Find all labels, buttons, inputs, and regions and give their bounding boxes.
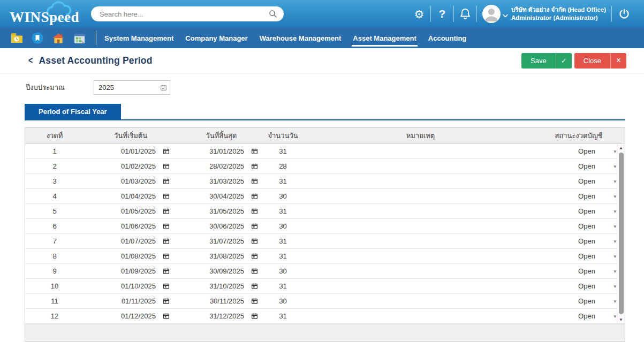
status-dropdown[interactable]: Open▾ (549, 297, 625, 305)
dropdown-arrow-icon[interactable]: ▾ (613, 164, 616, 169)
calendar-icon[interactable] (251, 193, 258, 200)
start-date-value[interactable]: 01/05/2025 (121, 207, 156, 215)
close-button[interactable]: Close × (574, 53, 626, 69)
calendar-icon[interactable] (163, 298, 170, 305)
back-icon[interactable]: < (28, 55, 33, 66)
table-row[interactable]: 701/07/202531/07/202531Open▾ (25, 234, 625, 249)
status-dropdown[interactable]: Open▾ (549, 177, 625, 185)
nav-item-accounting[interactable]: Accounting (422, 28, 473, 48)
end-date-value[interactable]: 30/04/2025 (209, 192, 244, 200)
calendar-icon[interactable] (251, 268, 258, 275)
end-date-value[interactable]: 31/10/2025 (209, 282, 244, 290)
calendar-icon[interactable] (163, 283, 170, 290)
start-date-value[interactable]: 01/08/2025 (121, 252, 156, 260)
logout-button[interactable] (612, 3, 637, 25)
search-icon[interactable] (269, 10, 277, 18)
dropdown-arrow-icon[interactable]: ▾ (613, 254, 616, 259)
start-date-value[interactable]: 01/03/2025 (121, 177, 156, 185)
calendar-icon[interactable] (251, 283, 258, 290)
end-date-value[interactable]: 31/03/2025 (209, 177, 244, 185)
dropdown-arrow-icon[interactable]: ▾ (613, 269, 616, 274)
user-menu[interactable]: บริษัท ตัวอย่าง จำกัด (Head Office) Admi… (477, 5, 611, 23)
search-input[interactable] (91, 6, 284, 21)
end-date-value[interactable]: 31/12/2025 (209, 312, 244, 320)
table-row[interactable]: 401/04/202530/04/202530Open▾ (25, 189, 625, 204)
calendar-icon[interactable] (251, 313, 258, 320)
calendar-icon[interactable] (163, 313, 170, 320)
recent-files-button[interactable] (11, 32, 22, 44)
settings-button[interactable]: ⚙ (408, 3, 430, 25)
status-dropdown[interactable]: Open▾ (549, 312, 625, 320)
status-dropdown[interactable]: Open▾ (549, 252, 625, 260)
end-date-value[interactable]: 31/08/2025 (209, 252, 244, 260)
calendar-icon[interactable] (163, 253, 170, 260)
calendar-icon[interactable] (251, 163, 258, 170)
dropdown-arrow-icon[interactable]: ▾ (613, 194, 616, 199)
end-date-value[interactable]: 31/07/2025 (209, 237, 244, 245)
calendar-icon[interactable] (163, 178, 170, 185)
bookmarks-button[interactable] (32, 32, 43, 44)
end-date-value[interactable]: 30/11/2025 (210, 297, 244, 305)
start-date-value[interactable]: 01/02/2025 (121, 162, 156, 170)
calendar-icon[interactable] (163, 208, 170, 215)
status-dropdown[interactable]: Open▾ (549, 192, 625, 200)
status-dropdown[interactable]: Open▾ (549, 222, 625, 230)
end-date-value[interactable]: 30/06/2025 (209, 222, 244, 230)
dropdown-arrow-icon[interactable]: ▾ (613, 224, 616, 229)
dropdown-arrow-icon[interactable]: ▾ (613, 179, 616, 184)
status-dropdown[interactable]: Open▾ (549, 147, 625, 155)
start-date-value[interactable]: 01/10/2025 (121, 282, 156, 290)
nav-item-company-manager[interactable]: Company Manager (179, 28, 253, 48)
schedule-button[interactable] (73, 32, 85, 44)
dropdown-arrow-icon[interactable]: ▾ (613, 209, 616, 214)
start-date-value[interactable]: 01/07/2025 (121, 237, 156, 245)
end-date-value[interactable]: 28/02/2025 (209, 162, 244, 170)
dropdown-arrow-icon[interactable]: ▾ (613, 284, 616, 289)
table-row[interactable]: 201/02/202528/02/202528Open▾ (25, 159, 625, 174)
calendar-icon[interactable] (160, 84, 167, 91)
table-row[interactable]: 801/08/202531/08/202531Open▾ (25, 249, 625, 264)
table-row[interactable]: 101/01/202531/01/202531Open▾ (25, 144, 625, 159)
app-logo[interactable]: WINSpeed (9, 0, 79, 28)
calendar-icon[interactable] (251, 148, 258, 155)
notifications-button[interactable] (454, 3, 476, 25)
start-date-value[interactable]: 01/12/2025 (121, 312, 156, 320)
table-row[interactable]: 1001/10/202531/10/202531Open▾ (25, 279, 625, 294)
tab-period-of-fiscal-year[interactable]: Period of Fiscal Year (25, 104, 121, 119)
end-date-value[interactable]: 31/01/2025 (209, 147, 244, 155)
dropdown-arrow-icon[interactable]: ▾ (613, 149, 616, 154)
status-dropdown[interactable]: Open▾ (549, 282, 625, 290)
calendar-icon[interactable] (251, 208, 258, 215)
nav-item-asset-management[interactable]: Asset Management (347, 28, 422, 48)
status-dropdown[interactable]: Open▾ (549, 237, 625, 245)
table-row[interactable]: 1101/11/202530/11/202530Open▾ (25, 294, 625, 309)
calendar-icon[interactable] (163, 268, 170, 275)
start-date-value[interactable]: 01/09/2025 (121, 267, 156, 275)
table-scrollbar[interactable]: ▲ ▼ (617, 145, 625, 323)
scroll-down-icon[interactable]: ▼ (617, 317, 625, 322)
scroll-up-icon[interactable]: ▲ (617, 146, 625, 150)
calendar-icon[interactable] (163, 163, 170, 170)
table-row[interactable]: 301/03/202531/03/202531Open▾ (25, 174, 625, 189)
calendar-icon[interactable] (163, 238, 170, 245)
table-row[interactable]: 601/06/202530/06/202530Open▾ (25, 219, 625, 234)
dropdown-arrow-icon[interactable]: ▾ (613, 299, 616, 304)
start-date-value[interactable]: 01/06/2025 (121, 222, 156, 230)
nav-item-warehouse-management[interactable]: Warehouse Management (254, 28, 347, 48)
scrollbar-thumb[interactable] (619, 153, 624, 314)
end-date-value[interactable]: 30/09/2025 (209, 267, 244, 275)
calendar-icon[interactable] (163, 148, 170, 155)
calendar-icon[interactable] (163, 193, 170, 200)
start-date-value[interactable]: 01/04/2025 (121, 192, 156, 200)
calendar-icon[interactable] (251, 223, 258, 230)
table-row[interactable]: 501/05/202531/05/202531Open▾ (25, 204, 625, 219)
status-dropdown[interactable]: Open▾ (549, 207, 625, 215)
table-row[interactable]: 1201/12/202531/12/202531Open▾ (25, 309, 625, 324)
fiscal-year-input[interactable] (94, 80, 170, 95)
start-date-value[interactable]: 01/11/2025 (122, 297, 156, 305)
table-row[interactable]: 901/09/202530/09/202530Open▾ (25, 264, 625, 279)
calendar-icon[interactable] (163, 223, 170, 230)
nav-item-system-management[interactable]: System Management (99, 28, 179, 48)
save-button[interactable]: Save ✓ (521, 53, 572, 69)
calendar-icon[interactable] (251, 298, 258, 305)
